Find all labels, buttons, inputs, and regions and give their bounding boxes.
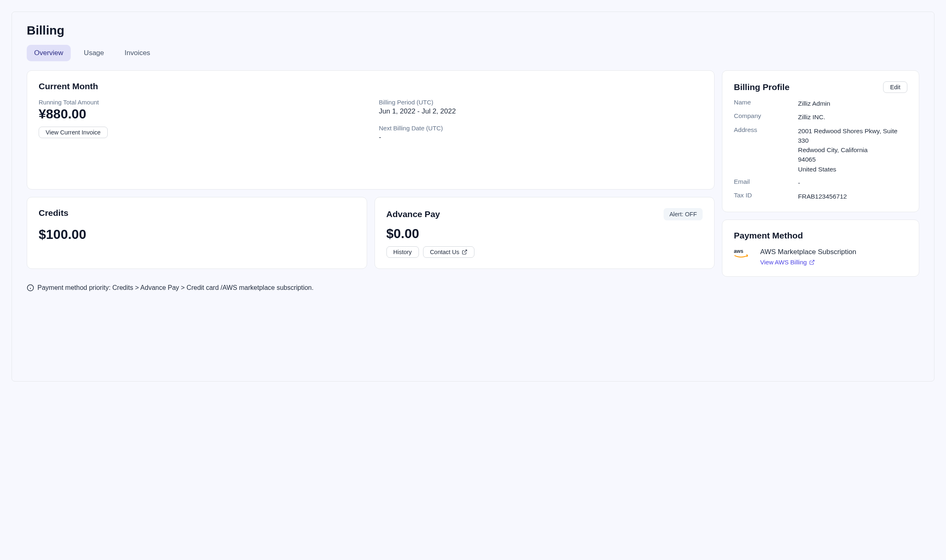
svg-text:aws: aws <box>734 249 743 255</box>
running-total-block: Running Total Amount ¥880.00 View Curren… <box>39 99 363 141</box>
view-current-invoice-button[interactable]: View Current Invoice <box>39 127 108 138</box>
page-title: Billing <box>27 23 919 37</box>
next-billing-value: - <box>379 133 703 141</box>
address-line-4: United States <box>798 164 907 174</box>
billing-profile-heading: Billing Profile <box>734 82 789 92</box>
profile-name-value: Zilliz Admin <box>798 99 907 108</box>
profile-company-row: Company Zilliz INC. <box>734 112 907 122</box>
profile-company-label: Company <box>734 112 791 122</box>
credits-advance-row: Credits $100.00 Advance Pay Alert: OFF $… <box>27 197 715 269</box>
profile-email-value: - <box>798 178 907 187</box>
profile-name-row: Name Zilliz Admin <box>734 99 907 108</box>
address-line-3: 94065 <box>798 155 907 164</box>
view-aws-billing-label: View AWS Billing <box>760 259 807 266</box>
advance-pay-card: Advance Pay Alert: OFF $0.00 History Con… <box>375 197 715 269</box>
tabs: Overview Usage Invoices <box>27 45 919 61</box>
next-billing-label: Next Billing Date (UTC) <box>379 125 703 132</box>
profile-email-label: Email <box>734 178 791 187</box>
profile-taxid-label: Tax ID <box>734 192 791 201</box>
running-total-label: Running Total Amount <box>39 99 363 106</box>
svg-line-0 <box>464 250 467 252</box>
advance-pay-heading: Advance Pay <box>386 209 440 219</box>
payment-priority-note: Payment method priority: Credits > Advan… <box>27 284 919 292</box>
next-billing-block: Next Billing Date (UTC) - <box>379 125 703 141</box>
address-line-2: Redwood City, California <box>798 145 907 155</box>
view-aws-billing-link[interactable]: View AWS Billing <box>760 259 856 266</box>
credits-card: Credits $100.00 <box>27 197 367 269</box>
svg-line-2 <box>812 260 814 263</box>
profile-address-value: 2001 Redwood Shores Pkwy, Suite 330 Redw… <box>798 126 907 174</box>
advance-pay-alert-badge: Alert: OFF <box>664 208 703 220</box>
aws-logo-icon: aws <box>734 248 753 259</box>
billing-period-label: Billing Period (UTC) <box>379 99 703 106</box>
billing-period-value: Jun 1, 2022 - Jul 2, 2022 <box>379 107 703 116</box>
right-column: Billing Profile Edit Name Zilliz Admin C… <box>722 70 919 277</box>
left-column: Current Month Running Total Amount ¥880.… <box>27 70 715 277</box>
tab-overview[interactable]: Overview <box>27 45 71 61</box>
credits-heading: Credits <box>39 208 355 218</box>
payment-method-row: aws AWS Marketplace Subscription View AW… <box>734 248 907 266</box>
billing-period-block: Billing Period (UTC) Jun 1, 2022 - Jul 2… <box>379 99 703 141</box>
billing-profile-card: Billing Profile Edit Name Zilliz Admin C… <box>722 70 919 212</box>
current-month-columns: Running Total Amount ¥880.00 View Curren… <box>39 99 703 141</box>
billing-page: Billing Overview Usage Invoices Current … <box>12 12 934 382</box>
profile-company-value: Zilliz INC. <box>798 112 907 122</box>
tab-usage[interactable]: Usage <box>76 45 111 61</box>
payment-method-heading: Payment Method <box>734 231 907 241</box>
payment-method-card: Payment Method aws AWS Marketplace Subsc… <box>722 220 919 277</box>
info-icon <box>27 284 34 292</box>
external-link-icon <box>462 249 467 255</box>
content-grid: Current Month Running Total Amount ¥880.… <box>27 70 919 277</box>
history-button[interactable]: History <box>386 246 419 258</box>
contact-us-label: Contact Us <box>430 249 460 255</box>
profile-taxid-value: FRAB123456712 <box>798 192 907 201</box>
tab-invoices[interactable]: Invoices <box>117 45 157 61</box>
address-line-1: 2001 Redwood Shores Pkwy, Suite 330 <box>798 126 907 146</box>
edit-profile-button[interactable]: Edit <box>883 81 907 93</box>
advance-pay-amount: $0.00 <box>386 226 703 241</box>
credits-amount: $100.00 <box>39 227 355 242</box>
current-month-heading: Current Month <box>39 81 703 91</box>
current-month-card: Current Month Running Total Amount ¥880.… <box>27 70 715 190</box>
payment-provider-label: AWS Marketplace Subscription <box>760 248 856 256</box>
profile-email-row: Email - <box>734 178 907 187</box>
external-link-icon <box>809 259 815 265</box>
profile-address-row: Address 2001 Redwood Shores Pkwy, Suite … <box>734 126 907 174</box>
payment-priority-text: Payment method priority: Credits > Advan… <box>37 284 314 292</box>
running-total-value: ¥880.00 <box>39 106 363 122</box>
profile-address-label: Address <box>734 126 791 174</box>
profile-taxid-row: Tax ID FRAB123456712 <box>734 192 907 201</box>
contact-us-button[interactable]: Contact Us <box>423 246 475 258</box>
profile-name-label: Name <box>734 99 791 108</box>
